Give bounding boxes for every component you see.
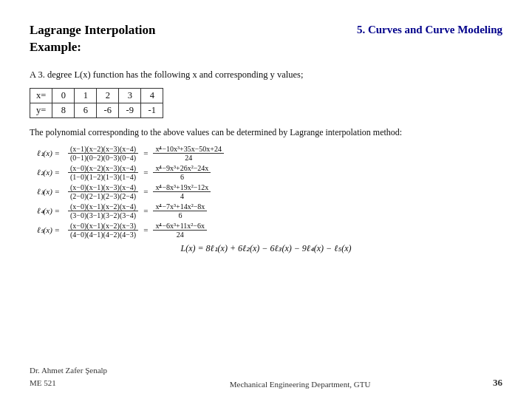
formula-2: ℓ₂(x) = (x−0)(x−2)(x−3)(x−4) (1−0)(1−2)(… bbox=[37, 164, 502, 181]
poly-description: The polynomial corresponding to the abov… bbox=[30, 126, 502, 139]
formula-5-num: (x−0)(x−1)(x−2)(x−3) bbox=[68, 222, 138, 231]
formula-3-eq: = bbox=[143, 187, 148, 196]
footer-left: Dr. Ahmet Zafer Şenalp ME 521 bbox=[30, 364, 107, 389]
footer-center: Mechanical Engineering Department, GTU bbox=[230, 380, 371, 389]
formula-1-rhs-num: x⁴−10x³+35x−50x+24 bbox=[153, 145, 224, 154]
formula-2-lhs: ℓ₂(x) = bbox=[37, 168, 65, 177]
formula-4-result: x⁴−7x³+14x²−8x 6 bbox=[153, 202, 207, 219]
y-label: y= bbox=[30, 103, 52, 117]
formula-4-lhs: ℓ₄(x) = bbox=[37, 206, 65, 216]
formula-1-num: (x−1)(x−2)(x−3)(x−4) bbox=[68, 145, 138, 154]
formula-2-result: x⁴−9x³+26x²−24x 6 bbox=[153, 164, 211, 181]
footer-author: Dr. Ahmet Zafer Şenalp bbox=[30, 364, 107, 377]
formula-4-rhs-num: x⁴−7x³+14x²−8x bbox=[153, 202, 207, 211]
formula-2-den: (1−0)(1−2)(1−3)(1−4) bbox=[68, 173, 138, 181]
x-2: 2 bbox=[97, 88, 119, 103]
slide-header: Lagrange Interpolation Example: 5. Curve… bbox=[30, 22, 502, 56]
x-3: 3 bbox=[119, 88, 141, 103]
formula-3-rhs-den: 4 bbox=[178, 192, 186, 200]
slide-footer: Dr. Ahmet Zafer Şenalp ME 521 Mechanical… bbox=[30, 364, 502, 389]
formula-5: ℓ₅(x) = (x−0)(x−1)(x−2)(x−3) (4−0)(4−1)(… bbox=[37, 222, 502, 239]
formula-2-rhs-den: 6 bbox=[178, 173, 186, 181]
formula-1-lhs: ℓ₁(x) = bbox=[37, 149, 65, 158]
formula-1-den: (0−1)(0−2)(0−3)(0−4) bbox=[68, 154, 138, 162]
formula-3-fraction: (x−0)(x−1)(x−3)(x−4) (2−0)(2−1)(2−3)(2−4… bbox=[68, 183, 138, 200]
formula-3-num: (x−0)(x−1)(x−3)(x−4) bbox=[68, 183, 138, 192]
formulas-container: ℓ₁(x) = (x−1)(x−2)(x−3)(x−4) (0−1)(0−2)(… bbox=[37, 145, 502, 239]
formula-5-lhs: ℓ₅(x) = bbox=[37, 225, 65, 235]
formula-4-eq: = bbox=[143, 206, 148, 215]
formula-2-eq: = bbox=[143, 168, 148, 177]
formula-5-eq: = bbox=[143, 225, 148, 234]
formula-5-fraction: (x−0)(x−1)(x−2)(x−3) (4−0)(4−1)(4−2)(4−3… bbox=[68, 222, 138, 239]
slide: Lagrange Interpolation Example: 5. Curve… bbox=[0, 0, 532, 399]
slide-title-left: Lagrange Interpolation Example: bbox=[30, 22, 155, 56]
formula-5-result: x⁴−6x³+11x²−6x 24 bbox=[153, 222, 207, 239]
title-line1: Lagrange Interpolation bbox=[30, 22, 155, 39]
formula-2-fraction: (x−0)(x−2)(x−3)(x−4) (1−0)(1−2)(1−3)(1−4… bbox=[68, 164, 138, 181]
formula-3-lhs: ℓ₃(x) = bbox=[37, 187, 65, 197]
y-3: -9 bbox=[119, 103, 141, 117]
formula-1-result: x⁴−10x³+35x−50x+24 24 bbox=[153, 145, 224, 162]
formula-1-rhs-den: 24 bbox=[183, 154, 194, 162]
formula-4-fraction: (x−0)(x−1)(x−2)(x−4) (3−0)(3−1)(3−2)(3−4… bbox=[68, 202, 138, 219]
formula-3-result: x⁴−8x³+19x²−12x 4 bbox=[153, 183, 211, 200]
y-0: 8 bbox=[52, 103, 75, 117]
formula-4-den: (3−0)(3−1)(3−2)(3−4) bbox=[68, 211, 138, 219]
slide-subtitle: A 3. degree L(x) function has the follow… bbox=[30, 69, 502, 81]
x-1: 1 bbox=[75, 88, 97, 103]
formula-2-num: (x−0)(x−2)(x−3)(x−4) bbox=[68, 164, 138, 173]
formula-3-den: (2−0)(2−1)(2−3)(2−4) bbox=[68, 192, 138, 200]
footer-page: 36 bbox=[493, 377, 502, 389]
formula-5-rhs-den: 24 bbox=[174, 231, 186, 239]
formula-2-rhs-num: x⁴−9x³+26x²−24x bbox=[153, 164, 211, 173]
formula-4-rhs-den: 6 bbox=[176, 211, 184, 219]
x-4: 4 bbox=[141, 88, 163, 103]
x-label: x= bbox=[30, 88, 52, 103]
formula-4: ℓ₄(x) = (x−0)(x−1)(x−2)(x−4) (3−0)(3−1)(… bbox=[37, 202, 502, 219]
formula-5-den: (4−0)(4−1)(4−2)(4−3) bbox=[68, 231, 138, 239]
formula-3: ℓ₃(x) = (x−0)(x−1)(x−3)(x−4) (2−0)(2−1)(… bbox=[37, 183, 502, 200]
big-formula: L(x) = 8ℓ₁(x) + 6ℓ₂(x) − 6ℓ₃(x) − 9ℓ₄(x)… bbox=[30, 243, 502, 254]
formula-1: ℓ₁(x) = (x−1)(x−2)(x−3)(x−4) (0−1)(0−2)(… bbox=[37, 145, 502, 162]
slide-title-right: 5. Curves and Curve Modeling bbox=[357, 22, 502, 36]
formula-5-rhs-num: x⁴−6x³+11x²−6x bbox=[153, 222, 207, 231]
footer-course: ME 521 bbox=[30, 377, 107, 389]
formula-3-rhs-num: x⁴−8x³+19x²−12x bbox=[153, 183, 211, 192]
formula-4-num: (x−0)(x−1)(x−2)(x−4) bbox=[68, 202, 138, 211]
formula-1-eq: = bbox=[143, 149, 148, 157]
formula-1-fraction: (x−1)(x−2)(x−3)(x−4) (0−1)(0−2)(0−3)(0−4… bbox=[68, 145, 138, 162]
title-line2: Example: bbox=[30, 39, 155, 56]
y-1: 6 bbox=[75, 103, 97, 117]
table-row-x: x= 0 1 2 3 4 bbox=[30, 88, 163, 103]
y-4: -1 bbox=[141, 103, 163, 117]
xy-table: x= 0 1 2 3 4 y= 8 6 -6 -9 -1 bbox=[30, 88, 163, 118]
xy-table-container: x= 0 1 2 3 4 y= 8 6 -6 -9 -1 bbox=[30, 88, 502, 118]
x-0: 0 bbox=[52, 88, 75, 103]
table-row-y: y= 8 6 -6 -9 -1 bbox=[30, 103, 163, 117]
y-2: -6 bbox=[97, 103, 119, 117]
